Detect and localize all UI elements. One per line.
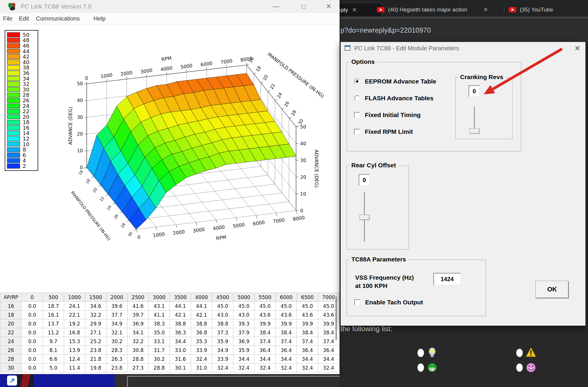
table-cell[interactable]: 31.0 — [191, 363, 212, 372]
table-cell[interactable]: 6.6 — [43, 355, 64, 363]
tab-youtube[interactable]: (35) YouTube — [509, 3, 579, 16]
table-cell[interactable]: 18.7 — [43, 302, 64, 311]
table-cell[interactable]: 21.8 — [85, 355, 106, 363]
table-cell[interactable]: 19.2 — [64, 319, 85, 328]
fixed-rpm-limit-checkbox[interactable] — [354, 129, 360, 135]
table-cell[interactable]: 33.1 — [149, 337, 170, 346]
ok-button[interactable]: OK — [535, 281, 569, 298]
enable-tach-output-checkbox[interactable] — [354, 299, 360, 305]
pink-smiley-icon[interactable] — [526, 362, 536, 373]
table-cell[interactable]: 44.1 — [170, 302, 191, 311]
table-cell[interactable]: 32.4 — [276, 363, 297, 372]
table-cell[interactable]: 30.1 — [170, 363, 191, 372]
table-cell[interactable]: 39.7 — [128, 311, 149, 319]
table-cell[interactable]: 5.0 — [43, 363, 64, 372]
table-cell[interactable]: 30.2 — [106, 337, 128, 346]
table-cell[interactable]: 26.3 — [106, 355, 128, 363]
table-cell[interactable]: 12.4 — [64, 355, 85, 363]
table-cell[interactable]: 36.3 — [170, 328, 191, 337]
table-cell[interactable]: 13.7 — [43, 319, 64, 328]
table-cell[interactable]: 32.4 — [318, 363, 339, 372]
cranking-revs-slider-handle[interactable] — [470, 129, 480, 134]
table-cell[interactable]: 34.4 — [297, 355, 318, 363]
table-cell[interactable]: 27.1 — [85, 328, 106, 337]
maximize-button[interactable]: □ — [297, 3, 310, 11]
table-cell[interactable]: 9.7 — [43, 337, 64, 346]
table-cell[interactable]: 0.0 — [22, 346, 43, 355]
flash-advance-tables-radio[interactable] — [354, 95, 360, 101]
table-cell[interactable]: 38.4 — [255, 328, 276, 337]
table-cell[interactable]: 0.0 — [22, 363, 43, 372]
table-cell[interactable]: 37.3 — [212, 328, 233, 337]
address-bar[interactable]: p?do=newreply&p=22010970 — [340, 26, 431, 34]
table-cell[interactable]: 35.3 — [191, 337, 212, 346]
table-cell[interactable]: 34.6 — [85, 302, 106, 311]
table-cell[interactable]: 39.9 — [297, 319, 318, 328]
table-cell[interactable]: 39.6 — [106, 302, 128, 311]
post-icon-radio[interactable] — [516, 349, 523, 357]
table-cell[interactable]: 32.4 — [255, 363, 276, 372]
cranking-revs-value[interactable]: 0 — [469, 85, 480, 97]
table-cell[interactable]: 37.4 — [276, 337, 297, 346]
table-cell[interactable]: 41.1 — [149, 311, 170, 319]
table-cell[interactable]: 34.4 — [276, 355, 297, 363]
table-cell[interactable]: 38.4 — [297, 328, 318, 337]
table-cell[interactable]: 30.2 — [149, 355, 170, 363]
table-cell[interactable]: 32.2 — [128, 337, 149, 346]
lightbulb-icon[interactable] — [427, 347, 437, 358]
table-cell[interactable]: 41.6 — [128, 302, 149, 311]
table-cell[interactable]: 11.4 — [64, 363, 85, 372]
table-cell[interactable]: 8.1 — [43, 346, 64, 355]
external-link-icon[interactable]: ↗ — [7, 376, 17, 386]
menu-file[interactable]: File — [3, 13, 12, 24]
table-cell[interactable]: 45.0 — [276, 302, 297, 311]
vss-frequency-field[interactable]: 1424 — [433, 273, 461, 285]
table-cell[interactable]: 36.4 — [297, 346, 318, 355]
table-cell[interactable]: 15.3 — [64, 337, 85, 346]
dialog-close-icon[interactable]: ✕ — [572, 44, 582, 53]
table-cell[interactable]: 36.9 — [233, 337, 255, 346]
table-cell[interactable]: 45.0 — [212, 302, 233, 311]
table-cell[interactable]: 32.4 — [297, 363, 318, 372]
minimize-button[interactable]: — — [269, 3, 283, 11]
table-cell[interactable]: 37.4 — [255, 337, 276, 346]
tab-hegseth-video[interactable]: (40) Hegseth takes major action ✕ — [377, 3, 500, 16]
table-cell[interactable]: 0.0 — [22, 337, 43, 346]
table-cell[interactable]: 28.3 — [106, 346, 128, 355]
table-cell[interactable]: 44.1 — [191, 302, 212, 311]
table-cell[interactable]: 39.9 — [255, 319, 276, 328]
fixed-initial-timing-checkbox[interactable] — [354, 112, 360, 118]
table-cell[interactable]: 35.0 — [149, 328, 170, 337]
table-cell[interactable]: 38.4 — [276, 328, 297, 337]
table-cell[interactable]: 37.7 — [106, 311, 128, 319]
post-icon-radio[interactable] — [417, 363, 424, 372]
table-cell[interactable]: 30.8 — [128, 346, 149, 355]
warning-icon[interactable] — [526, 347, 536, 358]
close-button[interactable]: ✕ — [322, 3, 335, 11]
table-cell[interactable]: 0.0 — [22, 355, 43, 363]
table-cell[interactable]: 33.0 — [170, 346, 191, 355]
table-cell[interactable]: 38.8 — [170, 319, 191, 328]
table-cell[interactable]: 25.2 — [85, 337, 106, 346]
table-cell[interactable]: 27.3 — [128, 363, 149, 372]
green-grin-icon[interactable] — [427, 362, 437, 373]
table-cell[interactable]: 34.9 — [212, 346, 233, 355]
table-cell[interactable]: 35.9 — [233, 346, 255, 355]
menu-edit[interactable]: Edit — [19, 13, 29, 24]
advance-table[interactable]: AP/RP05001000150020002500300035004000450… — [0, 293, 339, 372]
table-cell[interactable]: 43.0 — [233, 311, 255, 319]
table-cell[interactable]: 23.8 — [106, 363, 128, 372]
table-cell[interactable]: 32.2 — [85, 311, 106, 319]
table-cell[interactable]: 34.4 — [255, 355, 276, 363]
table-cell[interactable]: 16.8 — [64, 328, 85, 337]
table-cell[interactable]: 31.6 — [170, 355, 191, 363]
table-cell[interactable]: 23.8 — [85, 346, 106, 355]
post-icon-radio[interactable] — [516, 363, 523, 372]
rear-cyl-offset-slider-handle[interactable] — [360, 215, 370, 220]
table-cell[interactable]: 0.0 — [22, 328, 43, 337]
table-cell[interactable]: 38.3 — [149, 319, 170, 328]
table-cell[interactable]: 37.9 — [233, 328, 255, 337]
table-cell[interactable]: 19.8 — [85, 363, 106, 372]
table-cell[interactable]: 36.8 — [191, 328, 212, 337]
table-cell[interactable]: 32.4 — [191, 355, 212, 363]
